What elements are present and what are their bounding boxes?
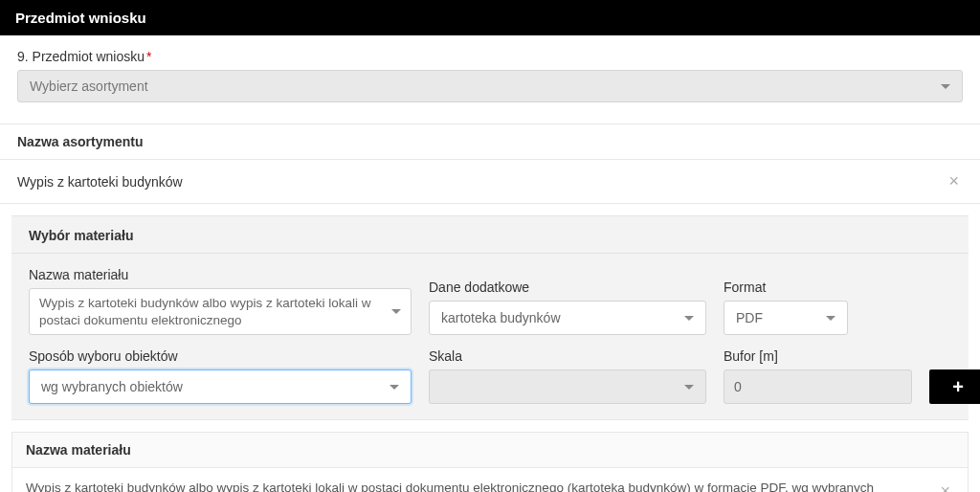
col-material-name: Nazwa materiału Wypis z kartoteki budynk… <box>29 267 412 335</box>
chevron-down-icon <box>684 385 694 390</box>
format-value: PDF <box>736 310 763 325</box>
chevron-down-icon <box>684 316 694 321</box>
material-panel: Wybór materiału Nazwa materiału Wypis z … <box>11 215 969 420</box>
header-title: Przedmiot wniosku <box>15 10 146 26</box>
add-button[interactable]: + <box>929 369 980 404</box>
material-name-label: Nazwa materiału <box>29 267 412 282</box>
summary-text: Wypis z kartoteki budynków albo wypis z … <box>26 480 921 492</box>
dane-select[interactable]: kartoteka budynków <box>429 301 706 335</box>
dane-value: kartoteka budynków <box>441 310 561 325</box>
chevron-down-icon <box>941 84 950 89</box>
format-label: Format <box>724 280 848 295</box>
assortment-select[interactable]: Wybierz asortyment <box>17 70 963 102</box>
sposob-value: wg wybranych obiektów <box>41 379 183 394</box>
material-panel-title: Wybór materiału <box>11 228 969 254</box>
col-dane: Dane dodatkowe kartoteka budynków <box>429 280 706 335</box>
required-asterisk: * <box>146 49 151 64</box>
close-icon[interactable]: × <box>945 171 963 191</box>
sposob-select[interactable]: wg wybranych obiektów <box>29 369 412 404</box>
assortment-row: Wypis z kartoteki budynków × <box>0 160 980 204</box>
summary-section-label: Nazwa materiału <box>12 433 968 468</box>
plus-icon: + <box>952 376 964 398</box>
col-format: Format PDF <box>724 280 848 335</box>
format-select[interactable]: PDF <box>724 301 848 335</box>
bufor-input <box>724 369 912 404</box>
material-name-select[interactable]: Wypis z kartoteki budynków albo wypis z … <box>29 288 412 335</box>
close-icon[interactable]: × <box>936 480 954 492</box>
col-bufor: Bufor [m] <box>724 348 912 404</box>
material-name-value: Wypis z kartoteki budynków albo wypis z … <box>39 295 384 328</box>
dane-label: Dane dodatkowe <box>429 280 706 295</box>
material-row-2: Sposób wyboru obiektów wg wybranych obie… <box>11 335 969 404</box>
chevron-down-icon <box>826 316 835 321</box>
material-row-1: Nazwa materiału Wypis z kartoteki budynk… <box>11 254 969 335</box>
col-add: + <box>929 369 980 404</box>
skala-label: Skala <box>429 348 706 364</box>
col-skala: Skala <box>429 348 706 404</box>
col-sposob: Sposób wyboru obiektów wg wybranych obie… <box>29 348 412 404</box>
bufor-label: Bufor [m] <box>724 348 912 364</box>
summary-row: Wypis z kartoteki budynków albo wypis z … <box>12 468 968 492</box>
sposob-label: Sposób wyboru obiektów <box>29 348 412 364</box>
skala-select <box>429 369 706 404</box>
field9-label: 9. Przedmiot wniosku* <box>17 49 963 64</box>
content-top: 9. Przedmiot wniosku* Wybierz asortyment <box>0 35 980 108</box>
assortment-name: Wypis z kartoteki budynków <box>17 174 183 190</box>
header-bar: Przedmiot wniosku <box>0 0 980 35</box>
chevron-down-icon <box>390 385 399 390</box>
assortment-section-label: Nazwa asortymentu <box>0 123 980 160</box>
assortment-placeholder: Wybierz asortyment <box>30 78 148 94</box>
summary-section: Nazwa materiału Wypis z kartoteki budynk… <box>11 432 969 492</box>
chevron-down-icon <box>391 309 401 314</box>
